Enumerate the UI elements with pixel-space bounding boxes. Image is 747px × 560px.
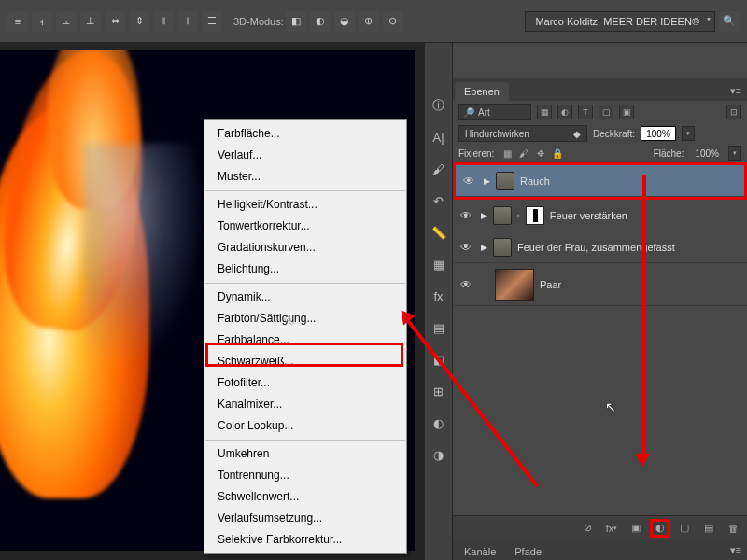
layers-bottom-bar: ⊘ fx▾ ▣ ◐ ▢ ▤ 🗑: [453, 515, 747, 539]
lock-position-icon[interactable]: ✥: [533, 146, 548, 161]
layer-filter-type[interactable]: 🔎 Art: [458, 104, 531, 120]
menu-item-dynamik[interactable]: Dynamik...: [204, 287, 406, 308]
lock-label: Fixieren:: [458, 148, 494, 159]
mask-thumb: [526, 206, 544, 225]
align-icon[interactable]: ⊥: [80, 11, 101, 32]
3d-icon[interactable]: ◒: [334, 11, 355, 32]
layer-name: Feuer der Frau, zusammengefasst: [517, 242, 675, 253]
options-bar: ≡ ⫞ ⫠ ⊥ ⇔ ⇕ ⫴ ⫲ ☰ 3D-Modus: ◧ ◐ ◒ ⊕ ⊙ Ma…: [0, 0, 747, 43]
layer-thumb: [495, 269, 534, 301]
menu-item-farbtonsttigung[interactable]: Farbton/Sättigung...: [204, 308, 406, 329]
color-panel-icon[interactable]: ◧: [430, 351, 448, 368]
3d-icon[interactable]: ⊙: [383, 11, 403, 32]
opacity-label: Deckkraft:: [593, 129, 635, 139]
layer-name: Feuer verstärken: [550, 210, 627, 221]
mask-panel-icon[interactable]: ◐: [430, 414, 448, 431]
history-panel-icon[interactable]: ↶: [430, 192, 448, 209]
distribute-icon[interactable]: ⇕: [129, 11, 149, 32]
menu-item-colorlookup[interactable]: Color Lookup...: [204, 415, 406, 437]
tab-layers[interactable]: Ebenen: [455, 82, 509, 101]
layer-fx-icon[interactable]: fx▾: [601, 519, 622, 538]
menu-item-farbbalance[interactable]: Farbbalance...: [204, 329, 406, 351]
menu-item-helligkeitkontrast[interactable]: Helligkeit/Kontrast...: [204, 194, 406, 216]
expand-icon[interactable]: ▶: [481, 211, 487, 220]
fill-dropdown-icon[interactable]: ▾: [728, 146, 741, 161]
opacity-dropdown-icon[interactable]: ▾: [682, 126, 695, 141]
panel-dock: ⓘ A| 🖌 ↶ 📏 ▦ fx ▤ ◧ ⊞ ◐ ◑: [424, 43, 452, 560]
fill-value[interactable]: 100%: [695, 148, 719, 159]
menu-item-farbflche[interactable]: Farbfläche...: [204, 123, 406, 145]
layer-row[interactable]: 👁▶Rauch: [456, 165, 744, 197]
filter-type-label: Art: [478, 107, 490, 118]
menu-item-tonwertkorrektur[interactable]: Tonwertkorrektur...: [204, 216, 406, 237]
expand-icon[interactable]: ▶: [484, 176, 490, 186]
character-panel-icon[interactable]: A|: [430, 129, 448, 146]
layer-row[interactable]: 👁Paar: [453, 263, 747, 306]
panel-menu-icon[interactable]: ▾≡: [725, 81, 747, 101]
styles-panel-icon[interactable]: fx: [430, 287, 448, 304]
filter-smart-icon[interactable]: ▣: [619, 105, 634, 119]
layers-panel-icon[interactable]: ▤: [430, 319, 448, 336]
opacity-input[interactable]: 100%: [641, 126, 676, 141]
menu-item-gradationskurven[interactable]: Gradationskurven...: [204, 237, 406, 259]
filter-pixel-icon[interactable]: ▦: [537, 105, 552, 119]
swatches-panel-icon[interactable]: ▦: [430, 256, 448, 273]
brush-panel-icon[interactable]: 🖌: [430, 161, 448, 177]
link-layers-icon[interactable]: ⊘: [577, 519, 598, 538]
distribute-icon[interactable]: ☰: [202, 11, 222, 32]
adjustments-panel-icon[interactable]: ◑: [430, 446, 448, 463]
menu-item-selektivefarbkorrektur[interactable]: Selektive Farbkorrektur...: [204, 529, 406, 551]
menu-item-belichtung[interactable]: Belichtung...: [204, 259, 406, 280]
align-icon[interactable]: ⫞: [32, 11, 52, 32]
search-icon[interactable]: 🔍: [719, 11, 740, 32]
layer-row[interactable]: 👁▶Feuer der Frau, zusammengefasst: [453, 231, 747, 263]
layer-row[interactable]: 👁▶▪Feuer verstärken: [453, 200, 747, 231]
menu-item-schwellenwert[interactable]: Schwellenwert...: [204, 486, 406, 508]
tab-channels[interactable]: Kanäle: [455, 543, 505, 560]
visibility-toggle-icon[interactable]: 👁: [457, 241, 475, 254]
filter-shape-icon[interactable]: ▢: [599, 105, 613, 119]
3d-icon[interactable]: ⊕: [359, 11, 379, 32]
visibility-toggle-icon[interactable]: 👁: [459, 175, 478, 188]
filter-toggle-icon[interactable]: ⊡: [726, 105, 741, 119]
menu-item-fotofilter[interactable]: Fotofilter...: [204, 372, 406, 394]
distribute-icon[interactable]: ⇔: [105, 11, 125, 32]
filter-type-icon[interactable]: T: [578, 105, 593, 119]
menu-item-muster[interactable]: Muster...: [204, 166, 406, 188]
menu-item-schwarzwei[interactable]: Schwarzweiß...: [204, 351, 406, 372]
new-adjustment-layer-icon[interactable]: ◐: [650, 519, 670, 538]
lock-pixels-icon[interactable]: 🖌: [516, 146, 531, 161]
3d-icon[interactable]: ◐: [310, 11, 331, 32]
new-group-icon[interactable]: ▢: [674, 519, 695, 538]
distribute-icon[interactable]: ⫲: [177, 11, 198, 32]
workspace-switcher[interactable]: Marco Kolditz, MEER DER IDEEN®: [525, 11, 715, 32]
layer-name: Rauch: [520, 175, 550, 187]
filter-adjust-icon[interactable]: ◐: [557, 105, 572, 119]
menu-item-verlauf[interactable]: Verlauf...: [204, 145, 406, 166]
info-panel-icon[interactable]: ⓘ: [430, 97, 448, 114]
menu-item-verlaufsumsetzung[interactable]: Verlaufsumsetzung...: [204, 508, 406, 529]
visibility-toggle-icon[interactable]: 👁: [457, 209, 475, 222]
visibility-toggle-icon[interactable]: 👁: [457, 278, 475, 291]
expand-icon[interactable]: ▶: [481, 243, 487, 252]
new-layer-icon[interactable]: ▤: [698, 519, 719, 538]
panel-menu-icon[interactable]: ▾≡: [725, 540, 747, 560]
layer-mask-icon[interactable]: ▣: [626, 519, 646, 538]
align-icon[interactable]: ≡: [7, 11, 28, 32]
menu-separator: [205, 283, 405, 284]
blend-mode-select[interactable]: Hindurchwirken◆: [458, 125, 587, 142]
tab-paths[interactable]: Pfade: [505, 543, 551, 560]
delete-layer-icon[interactable]: 🗑: [723, 519, 743, 538]
3d-icon[interactable]: ◧: [286, 11, 306, 32]
lock-transparency-icon[interactable]: ▦: [500, 146, 514, 161]
menu-item-kanalmixer[interactable]: Kanalmixer...: [204, 394, 406, 415]
menu-item-umkehren[interactable]: Umkehren: [204, 443, 406, 465]
align-icon[interactable]: ⫠: [56, 11, 77, 32]
lock-all-icon[interactable]: 🔒: [550, 146, 565, 161]
measure-panel-icon[interactable]: 📏: [430, 224, 448, 241]
distribute-icon[interactable]: ⫴: [153, 11, 174, 32]
properties-panel-icon[interactable]: ⊞: [430, 383, 448, 399]
blend-mode-value: Hindurchwirken: [465, 129, 529, 139]
menu-separator: [205, 190, 405, 191]
menu-item-tontrennung[interactable]: Tontrennung...: [204, 465, 406, 486]
